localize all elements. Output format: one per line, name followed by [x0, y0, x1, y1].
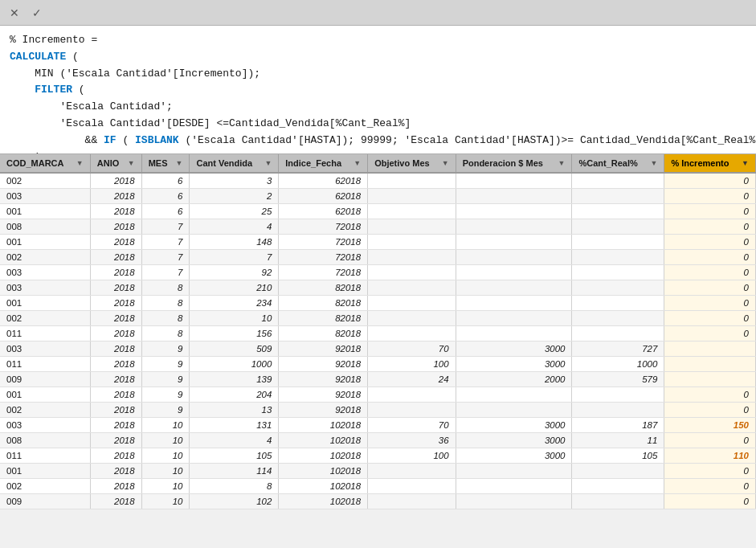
cell-mes: 7: [141, 250, 190, 265]
cell-ponderacion_mes: [456, 479, 572, 494]
cell-cant_vendida: 7: [190, 250, 279, 265]
cell-objetivo_mes: 100: [368, 357, 456, 372]
cell-incremento: 0: [664, 265, 756, 280]
cell-cant_vendida: 131: [190, 418, 279, 433]
cell-incremento: [664, 341, 756, 357]
cell-cant_real: [572, 479, 664, 494]
cell-cod_marca: 002: [0, 403, 90, 418]
cell-anio: 2018: [90, 204, 141, 219]
cell-indice_fecha: 102018: [279, 433, 368, 448]
cell-cant_real: 11: [572, 433, 664, 448]
table-row: 002201863620180: [0, 173, 756, 189]
cell-cod_marca: 009: [0, 372, 90, 387]
cell-ponderacion_mes: 3000: [456, 448, 572, 464]
cell-cant_vendida: 25: [190, 204, 279, 219]
cell-mes: 6: [141, 204, 190, 219]
col-header-cant_vendida[interactable]: Cant Vendida▼: [190, 154, 279, 173]
table-row: 003201862620180: [0, 189, 756, 204]
cell-incremento: 110: [664, 448, 756, 464]
code-editor[interactable]: % Incremento = CALCULATE ( MIN ('Escala …: [0, 26, 756, 154]
cell-indice_fecha: 72018: [279, 219, 368, 235]
cell-indice_fecha: 72018: [279, 265, 368, 280]
table-row: 0022018810820180: [0, 311, 756, 326]
cell-anio: 2018: [90, 311, 141, 326]
cell-indice_fecha: 82018: [279, 296, 368, 311]
cell-cod_marca: 003: [0, 265, 90, 280]
cell-cant_real: [572, 219, 664, 235]
cell-ponderacion_mes: [456, 403, 572, 418]
cell-cant_vendida: 148: [190, 235, 279, 250]
cell-cant_real: [572, 280, 664, 296]
cell-cant_real: 105: [572, 448, 664, 464]
data-table-container[interactable]: COD_MARCA▼ANIO▼MES▼Cant Vendida▼Indice_F…: [0, 154, 756, 548]
col-header-cod_marca[interactable]: COD_MARCA▼: [0, 154, 90, 173]
cell-cant_real: [572, 235, 664, 250]
cell-objetivo_mes: [368, 219, 456, 235]
cell-indice_fecha: 62018: [279, 173, 368, 189]
close-icon[interactable]: ✕: [6, 5, 22, 21]
cell-indice_fecha: 82018: [279, 311, 368, 326]
cell-cant_vendida: 139: [190, 372, 279, 387]
cell-cant_vendida: 8: [190, 479, 279, 494]
table-row: 00120189204920180: [0, 387, 756, 403]
cell-indice_fecha: 82018: [279, 280, 368, 296]
col-header-objetivo_mes[interactable]: Objetivo Mes▼: [368, 154, 456, 173]
cell-incremento: 150: [664, 418, 756, 433]
col-header-ponderacion_mes[interactable]: Ponderacion $ Mes▼: [456, 154, 572, 173]
cell-mes: 9: [141, 403, 190, 418]
table-row: 008201874720180: [0, 219, 756, 235]
cell-cant_vendida: 4: [190, 219, 279, 235]
cell-mes: 8: [141, 326, 190, 341]
col-header-indice_fecha[interactable]: Indice_Fecha▼: [279, 154, 368, 173]
cell-cod_marca: 003: [0, 189, 90, 204]
table-row: 0012018625620180: [0, 204, 756, 219]
cell-ponderacion_mes: [456, 204, 572, 219]
cell-mes: 7: [141, 219, 190, 235]
cell-ponderacion_mes: 3000: [456, 418, 572, 433]
cell-cod_marca: 003: [0, 418, 90, 433]
cell-ponderacion_mes: 3000: [456, 357, 572, 372]
cell-ponderacion_mes: [456, 387, 572, 403]
cell-objetivo_mes: [368, 265, 456, 280]
col-header-mes[interactable]: MES▼: [141, 154, 190, 173]
cell-mes: 9: [141, 372, 190, 387]
cell-cant_vendida: 1000: [190, 357, 279, 372]
cell-objetivo_mes: [368, 403, 456, 418]
cell-ponderacion_mes: [456, 311, 572, 326]
cell-anio: 2018: [90, 494, 141, 509]
code-line-1: % Incremento =: [10, 32, 746, 49]
cell-cod_marca: 002: [0, 479, 90, 494]
cell-indice_fecha: 92018: [279, 387, 368, 403]
col-header-anio[interactable]: ANIO▼: [90, 154, 141, 173]
cell-objetivo_mes: [368, 326, 456, 341]
cell-incremento: [664, 357, 756, 372]
cell-ponderacion_mes: [456, 326, 572, 341]
cell-mes: 10: [141, 448, 190, 464]
cell-mes: 9: [141, 357, 190, 372]
cell-incremento: 0: [664, 296, 756, 311]
table-row: 0032018792720180: [0, 265, 756, 280]
cell-ponderacion_mes: 2000: [456, 372, 572, 387]
cell-cod_marca: 011: [0, 326, 90, 341]
cell-mes: 8: [141, 296, 190, 311]
cell-objetivo_mes: [368, 189, 456, 204]
cell-cant_vendida: 13: [190, 403, 279, 418]
table-row: 0092018913992018242000579: [0, 372, 756, 387]
cell-cant_real: 187: [572, 418, 664, 433]
cell-objetivo_mes: [368, 494, 456, 509]
col-header-incremento[interactable]: % Incremento▼: [664, 154, 756, 173]
cell-ponderacion_mes: [456, 250, 572, 265]
cell-ponderacion_mes: [456, 219, 572, 235]
cell-mes: 10: [141, 479, 190, 494]
col-header-cant_real[interactable]: %Cant_Real%▼: [572, 154, 664, 173]
cell-cant_vendida: 156: [190, 326, 279, 341]
table-body: 0022018636201800032018626201800012018625…: [0, 173, 756, 509]
cell-indice_fecha: 102018: [279, 479, 368, 494]
cell-incremento: 0: [664, 464, 756, 479]
cell-objetivo_mes: [368, 173, 456, 189]
cell-objetivo_mes: [368, 250, 456, 265]
cell-cod_marca: 001: [0, 235, 90, 250]
check-icon[interactable]: ✓: [29, 5, 45, 21]
cell-anio: 2018: [90, 464, 141, 479]
cell-incremento: 0: [664, 433, 756, 448]
